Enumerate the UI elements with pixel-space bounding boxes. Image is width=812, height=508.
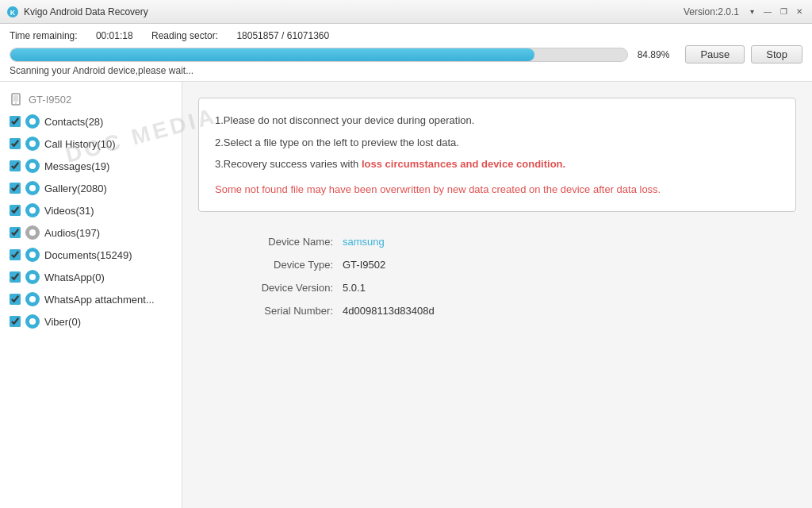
svg-text:K: K (10, 9, 16, 17)
scanning-text: Scanning your Android device,please wait… (10, 64, 802, 76)
sidebar-item-label: Viber(0) (44, 316, 81, 328)
sidebar-type-icon (25, 248, 40, 262)
sidebar-item[interactable]: WhatsApp attachment... (0, 288, 182, 310)
reading-sector-value: 18051857 / 61071360 (236, 30, 329, 41)
progress-buttons: Pause Stop (685, 45, 802, 64)
svg-point-4 (15, 102, 17, 104)
svg-point-13 (29, 296, 36, 302)
sidebar-type-icon (25, 292, 40, 306)
app-icon: K (6, 6, 19, 18)
sidebar-type-icon (25, 225, 40, 240)
chevron-button[interactable]: ▾ (745, 6, 758, 18)
sidebar-item-label: WhatsApp(0) (44, 271, 105, 283)
sidebar-item-label: WhatsApp attachment... (44, 294, 155, 306)
serial-number-value: 4d0098113d83408d (343, 305, 435, 317)
sidebar-item-label: Gallery(2080) (44, 183, 107, 194)
sidebar-checkbox[interactable] (10, 205, 21, 216)
restore-button[interactable]: ❐ (777, 6, 790, 18)
info-line-3: 3.Recovery success varies with loss circ… (215, 156, 779, 172)
device-icon (10, 93, 22, 106)
device-version-label: Device Version: (230, 282, 333, 294)
sidebar-items-list: Contacts(28)Call History(10)Messages(19)… (0, 110, 182, 333)
serial-number-row: Serial Number: 4d0098113d83408d (230, 305, 796, 317)
time-remaining-value: 00:01:18 (96, 30, 133, 41)
sidebar-type-icon (25, 203, 40, 217)
svg-rect-3 (13, 95, 18, 102)
svg-point-7 (29, 163, 36, 169)
sidebar-checkbox[interactable] (10, 271, 21, 283)
reading-sector-label: Reading sector: (151, 30, 218, 41)
stop-button[interactable]: Stop (751, 45, 802, 64)
sidebar-item-label: Contacts(28) (44, 116, 103, 128)
sidebar-type-icon (25, 159, 40, 173)
sidebar-item[interactable]: Viber(0) (0, 310, 182, 333)
app-title: Kvigo Android Data Recovery (24, 6, 684, 17)
sidebar-type-icon (25, 270, 40, 284)
sidebar-checkbox[interactable] (10, 249, 21, 260)
close-button[interactable]: ✕ (793, 6, 806, 18)
sidebar-item-label: Documents(15249) (44, 249, 132, 261)
svg-point-6 (29, 140, 36, 147)
sidebar-item[interactable]: Videos(31) (0, 199, 182, 221)
svg-point-5 (29, 118, 36, 125)
sidebar: GT-I9502 Contacts(28)Call History(10)Mes… (0, 82, 182, 508)
content-area: DOC MEDIA 1.Please do not disconnect you… (182, 82, 812, 508)
sidebar-item[interactable]: Gallery(2080) (0, 177, 182, 199)
device-name-row: Device Name: samsung (230, 236, 796, 248)
sidebar-checkbox[interactable] (10, 316, 21, 327)
device-details: Device Name: samsung Device Type: GT-I95… (198, 236, 796, 317)
progress-bar-fill (10, 48, 534, 61)
info-box: 1.Please do not disconnect your device d… (198, 98, 796, 212)
device-version-row: Device Version: 5.0.1 (230, 282, 796, 294)
sidebar-type-icon (25, 314, 40, 329)
time-remaining-label: Time remaining: (10, 30, 78, 41)
sidebar-checkbox[interactable] (10, 116, 21, 127)
sidebar-checkbox[interactable] (10, 183, 21, 194)
sidebar-item-label: Messages(19) (44, 160, 109, 172)
sidebar-item-label: Videos(31) (44, 205, 94, 217)
sidebar-type-icon (25, 181, 40, 195)
progress-area: Time remaining: 00:01:18 Reading sector:… (0, 24, 812, 82)
window-controls: ▾ — ❐ ✕ (745, 6, 806, 18)
info-line-2: 2.Select a file type on the left to prev… (215, 135, 779, 151)
progress-top-row: Time remaining: 00:01:18 Reading sector:… (10, 30, 802, 41)
device-type-value: GT-I9502 (343, 259, 385, 271)
sidebar-type-icon (25, 114, 40, 129)
device-name: GT-I9502 (29, 94, 71, 106)
serial-number-label: Serial Number: (230, 305, 333, 317)
svg-point-14 (29, 318, 36, 325)
info-line-1: 1.Please do not disconnect your device d… (215, 113, 779, 129)
sidebar-item[interactable]: WhatsApp(0) (0, 266, 182, 288)
version-label: Version:2.0.1 (684, 6, 739, 17)
progress-bar-container: 84.89% Pause Stop (10, 45, 802, 64)
sidebar-item[interactable]: Messages(19) (0, 155, 182, 177)
sidebar-checkbox[interactable] (10, 227, 21, 238)
svg-point-11 (29, 252, 36, 258)
sidebar-item[interactable]: Call History(10) (0, 133, 182, 155)
sidebar-item-label: Call History(10) (44, 138, 116, 150)
sidebar-checkbox[interactable] (10, 138, 21, 149)
sidebar-type-icon (25, 137, 40, 151)
svg-point-10 (29, 229, 36, 236)
pause-button[interactable]: Pause (685, 45, 745, 64)
device-version-value: 5.0.1 (343, 282, 366, 294)
device-type-row: Device Type: GT-I9502 (230, 259, 796, 271)
svg-point-8 (29, 185, 36, 191)
minimize-button[interactable]: — (761, 6, 774, 18)
sidebar-item[interactable]: Audios(197) (0, 221, 182, 244)
device-name-value: samsung (343, 236, 385, 248)
sidebar-checkbox[interactable] (10, 160, 21, 171)
sidebar-item-label: Audios(197) (44, 227, 100, 239)
device-type-label: Device Type: (230, 259, 333, 271)
device-name-label: Device Name: (230, 236, 333, 248)
sidebar-item[interactable]: Documents(15249) (0, 244, 182, 266)
svg-point-12 (29, 274, 36, 280)
progress-info: Time remaining: 00:01:18 Reading sector:… (10, 30, 802, 41)
sidebar-item[interactable]: Contacts(28) (0, 110, 182, 133)
sidebar-checkbox[interactable] (10, 294, 21, 305)
main-layout: GT-I9502 Contacts(28)Call History(10)Mes… (0, 82, 812, 508)
progress-bar-wrap (10, 48, 628, 62)
info-warning: Some not found file may have been overwr… (215, 182, 779, 198)
progress-percent: 84.89% (636, 49, 669, 60)
title-bar: K Kvigo Android Data Recovery Version:2.… (0, 0, 812, 24)
